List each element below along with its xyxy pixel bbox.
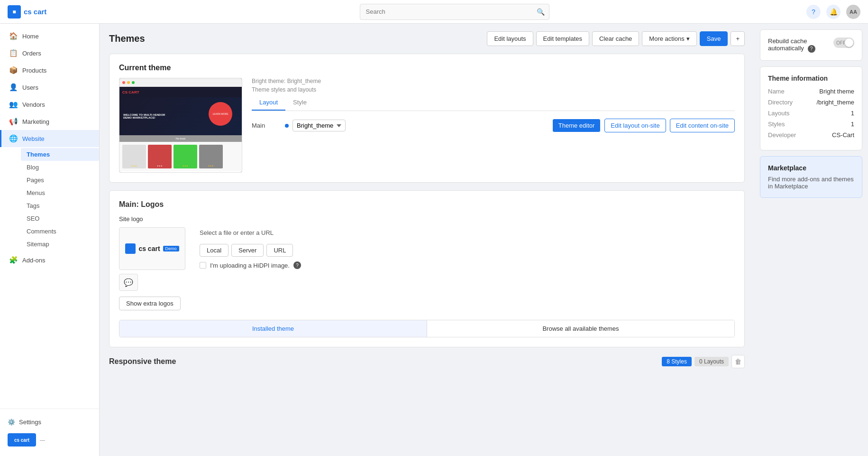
- theme-info-name-value: Bright theme: [819, 88, 854, 95]
- more-actions-button[interactable]: More actions ▾: [642, 31, 696, 46]
- sidebar-item-orders[interactable]: 📋 Orders: [0, 45, 99, 62]
- theme-info-card: Theme information Name Bright theme Dire…: [760, 66, 862, 150]
- file-upload-options: Select a file or enter a URL Local Serve…: [200, 227, 301, 269]
- sidebar-settings[interactable]: ⚙️ Settings: [8, 415, 91, 429]
- show-extra-logos-button[interactable]: Show extra logos: [119, 297, 181, 310]
- theme-info-dev-value: CS-Cart: [832, 131, 854, 139]
- current-theme-card: Current theme CS CART: [109, 54, 745, 183]
- sidebar-sub-menus[interactable]: Menus: [21, 186, 99, 199]
- responsive-theme-row: Responsive theme 8 Styles 0 Layouts 🗑: [109, 355, 745, 368]
- sidebar-sub-blog[interactable]: Blog: [21, 161, 99, 174]
- delete-theme-button[interactable]: 🗑: [731, 355, 745, 368]
- marketplace-title: Marketplace: [768, 164, 854, 172]
- website-icon: 🌐: [9, 134, 18, 143]
- notifications-icon[interactable]: 🔔: [826, 5, 841, 19]
- theme-tabs: Layout Style: [252, 95, 735, 111]
- edit-templates-button[interactable]: Edit templates: [536, 31, 589, 46]
- upload-server-button[interactable]: Server: [231, 244, 264, 257]
- help-icon[interactable]: ?: [806, 5, 821, 19]
- rebuild-help-icon[interactable]: ?: [808, 45, 815, 53]
- mock-nav: CS CART: [119, 87, 242, 97]
- marketplace-text: Find more add-ons and themes in Marketpl…: [768, 176, 854, 190]
- tab-style[interactable]: Style: [285, 95, 314, 111]
- theme-editor-button[interactable]: Theme editor: [552, 119, 601, 132]
- theme-info-name-label: Name: [768, 88, 785, 95]
- sidebar-sub-tags[interactable]: Tags: [21, 199, 99, 212]
- sidebar-item-vendors[interactable]: 👥 Vendors: [0, 96, 99, 113]
- sidebar-label-users: Users: [22, 84, 38, 91]
- topbar-actions: ? 🔔 AA: [806, 5, 860, 19]
- sidebar-sub-seo[interactable]: SEO: [21, 212, 99, 225]
- sidebar-label-home: Home: [22, 33, 39, 40]
- right-panel: Rebuild cache automatically ? OFF Theme …: [754, 24, 868, 456]
- browse-themes-tab[interactable]: Browse all available themes: [427, 320, 734, 337]
- tab-layout[interactable]: Layout: [252, 95, 285, 111]
- upload-local-button[interactable]: Local: [200, 244, 228, 257]
- installed-theme-tab[interactable]: Installed theme: [119, 320, 427, 337]
- marketplace-card: Marketplace Find more add-ons and themes…: [760, 156, 862, 198]
- file-btns: Local Server URL: [200, 244, 301, 257]
- sidebar-label-website: Website: [22, 135, 45, 142]
- app-logo[interactable]: ■ cs cart: [8, 5, 102, 19]
- logo-upload-wrap: cs cart Demo 💬 Select a file or enter a …: [119, 227, 735, 291]
- layouts-badge: 0 Layouts: [694, 357, 729, 366]
- sidebar: 🏠 Home 📋 Orders 📦 Products 👤 Users 👥 Ven…: [0, 24, 100, 456]
- hidpi-checkbox[interactable]: [200, 262, 206, 269]
- sidebar-item-products[interactable]: 📦 Products: [0, 62, 99, 79]
- sidebar-item-home[interactable]: 🏠 Home: [0, 28, 99, 45]
- sidebar-label-products: Products: [22, 67, 46, 74]
- rebuild-toggle-row: Rebuild cache automatically ? OFF: [768, 37, 854, 53]
- current-theme-title: Current theme: [119, 64, 735, 72]
- sidebar-bottom: ⚙️ Settings cs cart —: [0, 409, 99, 456]
- edit-layouts-button[interactable]: Edit layouts: [487, 31, 533, 46]
- sidebar-sub-sitemap[interactable]: Sitemap: [21, 238, 99, 251]
- mock-browser-bar: [119, 78, 242, 87]
- sidebar-item-users[interactable]: 👤 Users: [0, 79, 99, 96]
- theme-info-styles-label: Styles: [768, 121, 785, 128]
- sidebar-item-website[interactable]: 🌐 Website: [0, 130, 99, 147]
- hidpi-wrap: I'm uploading a HiDPI image. ?: [200, 261, 301, 269]
- search-icon: 🔍: [537, 8, 545, 16]
- mock-browser: CS CART WELCOME TO MULTI-VENDOR DEMO MAR…: [119, 78, 242, 172]
- theme-info-dev-label: Developer: [768, 131, 796, 139]
- more-actions-chevron-icon: ▾: [686, 35, 690, 42]
- save-button[interactable]: Save: [700, 31, 728, 46]
- sidebar-item-marketing[interactable]: 📢 Marketing: [0, 113, 99, 130]
- theme-info-section: Bright theme: Bright_theme Theme styles …: [252, 78, 735, 132]
- sidebar-label-addons: Add-ons: [22, 257, 45, 264]
- page-actions: Edit layouts Edit templates Clear cache …: [487, 31, 745, 46]
- sidebar-item-addons[interactable]: 🧩 Add-ons: [0, 251, 99, 269]
- sidebar-label-marketing: Marketing: [22, 118, 49, 125]
- theme-info-layouts-label: Layouts: [768, 110, 790, 117]
- sidebar-bottom-logo-area: cs cart —: [8, 429, 91, 450]
- theme-info-styles-value: 1: [851, 121, 854, 128]
- user-avatar[interactable]: AA: [846, 5, 860, 19]
- sidebar-sub-pages[interactable]: Pages: [21, 174, 99, 186]
- theme-info-name-row: Name Bright theme: [768, 88, 854, 95]
- theme-name-label: Bright theme: Bright_theme: [252, 78, 735, 84]
- upload-url-button[interactable]: URL: [266, 244, 293, 257]
- theme-preview: CS CART WELCOME TO MULTI-VENDOR DEMO MAR…: [119, 78, 242, 173]
- sidebar-sub-comments[interactable]: Comments: [21, 225, 99, 238]
- logo-text: cs cart: [24, 8, 46, 16]
- hidpi-help-icon[interactable]: ?: [293, 261, 301, 269]
- add-button[interactable]: +: [731, 31, 745, 46]
- edit-layout-onsite-button[interactable]: Edit layout on-site: [604, 119, 666, 132]
- sidebar-sub-themes[interactable]: Themes: [21, 148, 99, 161]
- clear-cache-button[interactable]: Clear cache: [592, 31, 639, 46]
- rebuild-toggle[interactable]: OFF: [833, 37, 854, 48]
- page-header: Themes Edit layouts Edit templates Clear…: [109, 31, 745, 46]
- toggle-knob: [845, 38, 853, 47]
- mini-logo: cs cart: [8, 433, 36, 447]
- rebuild-cache-card: Rebuild cache automatically ? OFF: [760, 29, 862, 61]
- toggle-off-text: OFF: [836, 40, 846, 46]
- search-input[interactable]: [360, 4, 549, 20]
- logos-card: Main: Logos Site logo cs cart Demo 💬: [109, 190, 745, 347]
- edit-content-onsite-button[interactable]: Edit content on-site: [670, 119, 735, 132]
- mock-content: CS CART WELCOME TO MULTI-VENDOR DEMO MAR…: [119, 87, 242, 172]
- mock-dot-red: [122, 81, 125, 84]
- sidebar-settings-label: Settings: [19, 419, 41, 426]
- mock-dot-green: [132, 81, 135, 84]
- layout-select[interactable]: Bright_theme: [292, 120, 346, 131]
- mock-nav-logo: CS CART: [122, 90, 139, 94]
